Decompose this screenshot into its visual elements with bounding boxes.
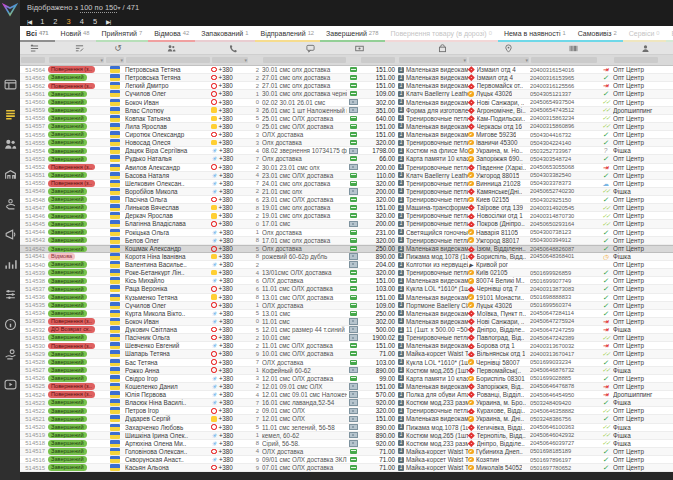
product-cell[interactable]: 1Майка-корсет Waist Trainer *142.. <box>398 456 468 463</box>
clients-icon[interactable] <box>128 44 214 53</box>
delivery-cell[interactable]: Киев 02155 <box>468 196 530 203</box>
product-cell[interactable]: 1Полка для обуви Amazing Shoe .. <box>398 391 468 398</box>
phone-cell[interactable]: +380 <box>211 334 249 341</box>
phone-cell[interactable]: +380 <box>211 456 249 463</box>
table-row[interactable]: 514535ЗавершенийСучилов Олег+3801ОЛХ дос… <box>20 302 673 310</box>
delivery-cell[interactable]: Запоріжжя, Від.. <box>468 383 530 390</box>
page-button-4[interactable]: 4 <box>80 17 84 26</box>
phone-cell[interactable]: +380 <box>211 253 249 260</box>
product-cell[interactable]: 1Маленькая видеокамера SQ8 *.. <box>398 99 468 106</box>
product-cell[interactable]: 1Маленькая видеокамера SQ8 *.. <box>398 342 468 349</box>
delivery-cell[interactable]: Кам-Подильски.. <box>468 115 530 122</box>
product-cell[interactable]: 1Клатч Baellerry Leather *1487* (1.. <box>398 90 468 97</box>
table-row[interactable]: 514539ЗавершенийРоке-Бетанкурт Лін..+380… <box>20 269 673 277</box>
filter-input-channel[interactable] <box>614 57 658 63</box>
status-badge[interactable]: Завершений <box>48 448 87 455</box>
product-cell[interactable]: 1Маленькая видеокамера SQ8 *.. <box>398 245 468 252</box>
status-badge[interactable]: Завершений <box>48 464 87 471</box>
filter-input-product[interactable]: ▾ <box>399 57 467 63</box>
product-cell[interactable]: 1Тренировочные петли TRX Train.. <box>398 196 468 203</box>
app-logo[interactable] <box>2 2 18 18</box>
product-cell[interactable]: 1Маленькая видеокамера SQ8 *.. <box>398 383 468 390</box>
filter-input-status[interactable]: ▾ <box>49 57 104 63</box>
phone-cell[interactable]: +380 <box>211 188 249 195</box>
filter-input-id[interactable] <box>21 57 45 63</box>
table-row[interactable]: 514517ЗавершенийГоловінова Олексан..+380… <box>20 448 673 456</box>
status-badge[interactable]: Завершений <box>48 196 87 203</box>
status-badge[interactable]: Відмова <box>48 253 75 260</box>
delivery-cell[interactable]: Ужгород 88015 <box>468 172 530 179</box>
phone-cell[interactable]: +380 <box>211 99 249 106</box>
table-row[interactable]: 514547ЗавершенийЛиньков Вячеслав+380819.… <box>20 204 673 212</box>
status-badge[interactable]: Завершений <box>48 237 87 244</box>
status-badge[interactable]: Завершений <box>48 334 87 341</box>
tab-Повернення товару (в дорозі)[interactable]: Повернення товару (в дорозі)0 <box>385 26 498 42</box>
table-row[interactable]: 514532ДО Возврат ск..Дукович Світлана+38… <box>20 326 673 334</box>
table-row[interactable]: 514562Повернення (з..Легкий Дмитро+38022… <box>20 82 673 90</box>
delivery-cell[interactable]: 19101 Монасти.. <box>468 294 530 301</box>
phone-cell[interactable]: +380 <box>211 204 249 211</box>
table-row[interactable]: 514558ЗавершенийКовпак Татьяна+380525.01… <box>20 115 673 123</box>
product-cell[interactable]: 1Маленькая видеокамера SQ8 *.. <box>398 123 468 130</box>
delivery-cell[interactable]: Наварія 81105 <box>468 229 530 236</box>
phone-cell[interactable]: +380 <box>211 180 249 187</box>
phone-cell[interactable]: +380 <box>211 375 249 382</box>
table-row[interactable]: 514524Повернення (з..Юлія Пєрвова+380412… <box>20 391 673 399</box>
table-row[interactable]: 514555ЗавершенийНовосад Олеся+3803Олх до… <box>20 139 673 147</box>
product-cell[interactable]: 1Маленькая видеокамера SQ8 *.. <box>398 415 468 422</box>
status-badge[interactable]: Завершений <box>48 115 87 122</box>
delivery-cell[interactable]: Винница 21028 <box>468 180 530 187</box>
status-badge[interactable]: Завершений <box>48 148 87 155</box>
phone-cell[interactable]: +380 <box>211 448 249 455</box>
table-row[interactable]: 514564Повернення (з..Петровська Тетяна+3… <box>20 66 673 74</box>
page-button-5[interactable]: 5 <box>93 17 97 26</box>
chevron-down-icon[interactable]: ▾ <box>117 5 120 11</box>
product-cell[interactable]: 1Костюм на флисе Мод.1014 (1ш.. <box>398 147 468 154</box>
tab-Запакований[interactable]: Запакований1 <box>195 26 254 42</box>
tab-Завершений[interactable]: Завершений278 <box>320 26 384 42</box>
product-cell[interactable]: 1Майка-корсет Waist Trainer *142.. <box>398 464 468 471</box>
delivery-cell[interactable]: Агрономічне, Ві.. <box>468 107 530 114</box>
table-row[interactable]: 514541ВідмоваКоротя Ніна Іванівна+3808ро… <box>20 253 673 261</box>
status-badge[interactable]: Повернення (з.. <box>48 383 95 390</box>
sidebar-item-tutorials-icon[interactable] <box>4 378 17 391</box>
address-icon[interactable] <box>477 44 539 53</box>
chevron-down-icon[interactable]: ▾ <box>100 57 103 63</box>
product-cell[interactable]: 1Карта памяти 10 класс - 32Гб *1.. <box>398 375 468 382</box>
status-list-icon[interactable] <box>20 44 51 53</box>
delivery-cell[interactable]: Луцьк 43026 <box>468 302 530 309</box>
delivery-cell[interactable]: Запоріжжя 690.. <box>468 155 530 162</box>
product-cell[interactable]: 1Тренировочные петли TRX Train.. <box>398 407 468 414</box>
delivery-cell[interactable]: Ужгород 88017 <box>468 237 530 244</box>
status-badge[interactable]: Завершений <box>48 156 87 163</box>
delivery-cell[interactable]: Бориспіль, Відд.. <box>468 253 530 260</box>
filter-input-name[interactable] <box>126 57 210 63</box>
status-badge[interactable]: Повернення (з.. <box>48 318 95 325</box>
product-cell[interactable]: 1Кукла LOL *1610* (1шт. х 103.00.. <box>398 285 468 292</box>
delivery-cell[interactable]: Чернівці 58007 <box>468 359 530 366</box>
table-row[interactable]: 514542ЗавершенийКошмак Александр+3805Олх… <box>20 245 673 253</box>
product-cell[interactable]: 1Светящийся гоночный трек Ма.. <box>398 229 468 236</box>
table-row[interactable]: 514543ЗавершенийБелов Олег+380817.01 смс… <box>20 237 673 245</box>
table-row[interactable]: 514550Повернення (з..Шелковин Олексан..+… <box>20 180 673 188</box>
product-cell[interactable]: 1Майка-корсет Waist Trainer *142.. <box>398 448 468 455</box>
tab-Прийнятий[interactable]: Прийнятий7 <box>96 26 149 42</box>
phone-cell[interactable]: +380 <box>211 90 249 97</box>
status-badge[interactable]: Завершений <box>48 408 87 415</box>
phone-cell[interactable]: +380 <box>211 220 249 227</box>
phone-cell[interactable]: +380 <box>211 367 249 374</box>
tab-Новий[interactable]: Новий48 <box>55 26 96 42</box>
product-cell[interactable]: 1Маленькая видеокамера SQ8 *.. <box>398 82 468 89</box>
delivery-cell[interactable]: Украина, м. Дні.. <box>468 415 530 422</box>
status-badge[interactable]: Повернення (з.. <box>48 164 95 171</box>
phone-cell[interactable]: +380 <box>211 229 249 236</box>
product-cell[interactable]: 1Тренировочные петли TRX Train.. <box>398 269 468 276</box>
delivery-cell[interactable]: Вільнянськ отд 1 <box>468 350 530 357</box>
phone-cell[interactable]: +380 <box>211 407 249 414</box>
delivery-cell[interactable]: 80074 Великі М.. <box>468 277 530 284</box>
delivery-cell[interactable]: Кривой рог <box>468 261 530 268</box>
sidebar-item-clients-icon[interactable] <box>4 138 17 151</box>
phone-cell[interactable]: +380 <box>211 415 249 422</box>
comment-icon[interactable] <box>268 44 353 53</box>
status-badge[interactable]: Повернення (з.. <box>48 83 95 90</box>
